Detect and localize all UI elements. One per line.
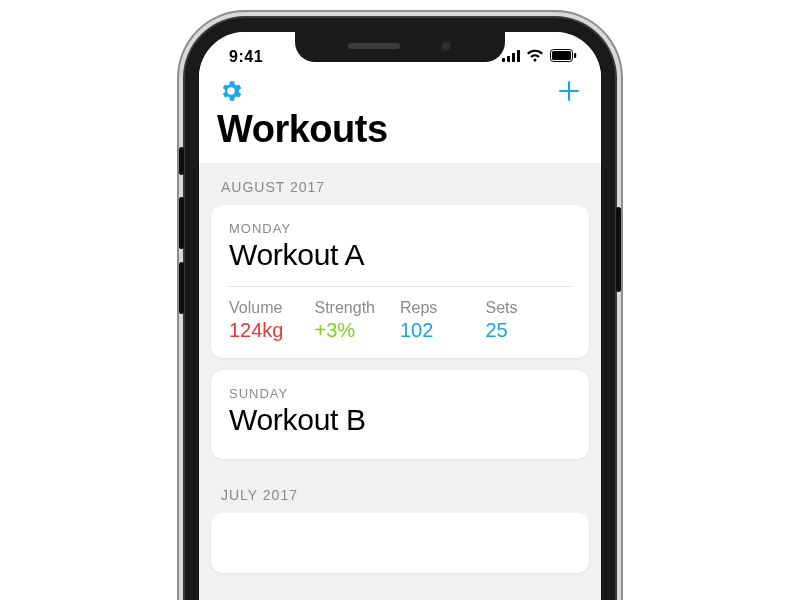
speaker-grille	[348, 43, 400, 49]
stat-reps: Reps 102	[400, 299, 486, 342]
section-header: AUGUST 2017	[199, 163, 601, 205]
plus-icon	[556, 78, 582, 104]
page-title: Workouts	[199, 106, 601, 163]
workout-day: MONDAY	[229, 221, 571, 236]
svg-rect-0	[502, 58, 505, 62]
svg-rect-3	[517, 50, 520, 62]
volume-down-button	[179, 262, 184, 314]
stat-label: Strength	[315, 299, 401, 317]
workout-list[interactable]: AUGUST 2017 MONDAY Workout A Volume 124k…	[199, 163, 601, 600]
power-button	[616, 207, 621, 292]
nav-bar	[199, 76, 601, 106]
svg-rect-6	[574, 53, 576, 58]
stat-value: +3%	[315, 319, 401, 342]
workout-name: Workout A	[229, 238, 571, 272]
stat-strength: Strength +3%	[315, 299, 401, 342]
stat-value: 25	[486, 319, 572, 342]
device-notch	[295, 30, 505, 62]
stat-volume: Volume 124kg	[229, 299, 315, 342]
workout-card[interactable]	[211, 513, 589, 573]
battery-icon	[550, 48, 577, 66]
svg-rect-2	[512, 53, 515, 62]
mute-switch	[179, 147, 184, 175]
cellular-icon	[502, 48, 520, 66]
workout-name: Workout B	[229, 403, 571, 437]
status-icons	[502, 42, 577, 66]
wifi-icon	[526, 48, 544, 66]
stat-label: Reps	[400, 299, 486, 317]
gear-icon	[218, 78, 244, 104]
stat-label: Volume	[229, 299, 315, 317]
svg-rect-5	[552, 51, 571, 60]
workout-card[interactable]: MONDAY Workout A Volume 124kg Strength +…	[211, 205, 589, 358]
svg-rect-1	[507, 56, 510, 62]
divider	[227, 286, 573, 287]
settings-button[interactable]	[217, 77, 245, 105]
section-header: JULY 2017	[199, 471, 601, 513]
status-time: 9:41	[229, 42, 263, 66]
add-workout-button[interactable]	[555, 77, 583, 105]
front-camera	[440, 40, 452, 52]
workout-stats: Volume 124kg Strength +3% Reps 102 Set	[229, 299, 571, 342]
workout-day: SUNDAY	[229, 386, 571, 401]
screen: 9:41	[199, 32, 601, 600]
stat-sets: Sets 25	[486, 299, 572, 342]
workout-card[interactable]: SUNDAY Workout B	[211, 370, 589, 459]
stat-label: Sets	[486, 299, 572, 317]
phone-frame: 9:41	[185, 18, 615, 600]
stat-value: 102	[400, 319, 486, 342]
volume-up-button	[179, 197, 184, 249]
stat-value: 124kg	[229, 319, 315, 342]
